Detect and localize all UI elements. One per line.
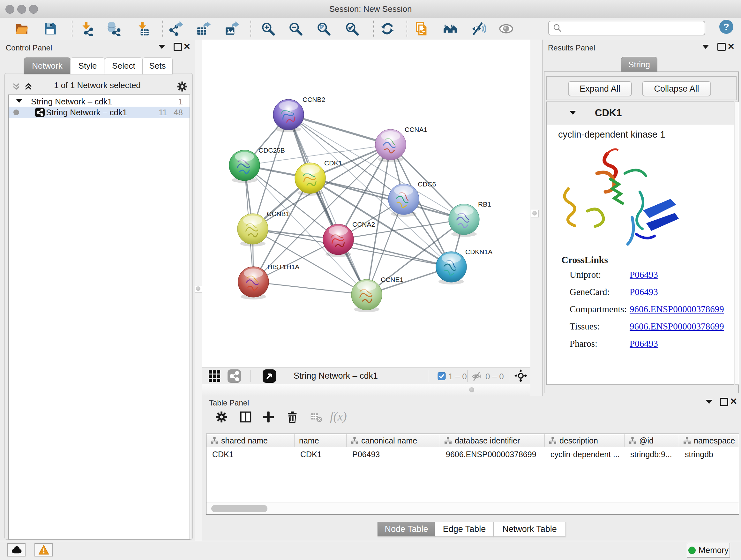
collapse-panel-icon[interactable] [158,45,165,49]
zoom-in-icon[interactable] [261,21,275,36]
help-button[interactable]: ? [719,20,733,34]
table-horizontal-scrollbar[interactable] [206,503,739,515]
network-tree-root-row[interactable]: String Network – cdk1 1 [9,96,190,107]
network-canvas[interactable]: CCNB2CCNA1CDC25BCDK1CDC6RB1CCNB1CCNA2CDK… [202,40,530,367]
add-column-icon[interactable] [262,410,276,424]
network-node-CCNE1[interactable]: CCNE1 [351,276,403,312]
tab-string[interactable]: String [621,57,657,72]
network-node-CDC25B[interactable]: CDC25B [229,146,285,183]
node-table[interactable]: shared namenamecanonical namedatabase id… [206,434,739,515]
open-in-window-icon[interactable] [262,369,276,383]
float-panel-icon[interactable] [720,398,728,406]
network-selection-status: 1 of 1 Network selected [0,80,195,90]
close-panel-icon[interactable]: ✕ [730,398,737,405]
neighbors-houses-icon[interactable] [443,21,458,36]
scrollbar-thumb[interactable] [211,505,267,512]
memory-button[interactable]: Memory [687,543,730,558]
export-image-icon[interactable] [224,21,239,36]
tab-edge-table[interactable]: Edge Table [435,522,494,537]
splitter-handle[interactable] [469,387,474,392]
table-cell[interactable]: cyclin-dependent ... [545,447,624,460]
warning-button[interactable] [35,543,53,557]
table-cell[interactable]: stringdb:9... [624,447,679,460]
tab-sets[interactable]: Sets [142,57,173,74]
hide-selected-eye-icon[interactable] [471,21,486,36]
left-splitter[interactable] [195,40,202,541]
network-node-CDKN1A[interactable]: CDKN1A [436,248,492,285]
network-graph[interactable]: CCNB2CCNA1CDC25BCDK1CDC6RB1CCNB1CCNA2CDK… [202,40,530,367]
delete-column-trash-icon[interactable] [286,410,300,424]
column-header-shared-name[interactable]: shared name [206,434,294,447]
zoom-selected-icon[interactable] [345,21,359,36]
open-session-folder-icon[interactable] [14,21,29,36]
expand-all-button[interactable]: Expand All [568,81,632,97]
column-header-description[interactable]: description [545,434,624,447]
crosslink-link[interactable]: 9606.ENSP00000378699 [630,321,724,332]
crosslink-link[interactable]: P06493 [630,269,658,280]
network-node-CCNB1[interactable]: CCNB1 [238,210,289,246]
crosslink-link[interactable]: P06493 [630,338,658,349]
results-scrollbar[interactable] [735,102,739,385]
tab-network-table[interactable]: Network Table [493,522,566,537]
crosslink-link[interactable]: 9606.ENSP00000378699 [630,304,724,314]
column-header-namespace[interactable]: namespace [679,434,739,447]
crosslink-link[interactable]: P06493 [630,287,658,297]
column-header-name[interactable]: name [294,434,347,447]
tab-style[interactable]: Style [70,57,105,74]
import-network-file-icon[interactable] [79,21,94,36]
network-options-gear-icon[interactable] [176,80,188,92]
network-node-RB1[interactable]: RB1 [449,200,491,237]
network-node-CCNA1[interactable]: CCNA1 [375,126,427,162]
pan-crosshair-icon[interactable] [515,369,527,382]
import-table-file-icon[interactable] [135,21,150,36]
export-network-icon[interactable] [169,21,183,36]
zoom-fit-icon[interactable] [316,21,331,36]
cloud-button[interactable] [7,543,25,557]
section-collapse-icon[interactable] [569,111,576,115]
network-badge-icon[interactable] [227,369,241,383]
gene-section-header[interactable]: CDK1 [547,102,734,125]
import-network-database-icon[interactable] [106,21,121,36]
column-header-database-identifier[interactable]: database identifier [440,434,545,447]
close-panel-icon[interactable]: ✕ [727,44,735,50]
save-session-icon[interactable] [43,21,57,36]
collapse-panel-icon[interactable] [705,400,713,404]
search-field[interactable] [548,21,705,36]
table-row[interactable]: CDK1CDK1P064939606.ENSP00000378699cyclin… [206,447,739,460]
tab-node-table[interactable]: Node Table [378,522,435,537]
column-header-canonical-name[interactable]: canonical name [347,434,440,447]
tree-expand-icon[interactable] [16,99,22,103]
selected-checkbox-icon[interactable] [437,372,446,380]
network-node-CDK1[interactable]: CDK1 [295,159,342,196]
table-cell[interactable]: P06493 [347,447,440,460]
table-cell[interactable]: stringdb [679,447,739,460]
network-node-CCNA2[interactable]: CCNA2 [323,221,375,257]
zoom-out-icon[interactable] [288,21,303,36]
copy-network-icon[interactable] [414,21,429,36]
splitter-handle[interactable] [531,210,539,217]
tab-network[interactable]: Network [24,57,71,74]
table-cell[interactable]: CDK1 [294,447,347,460]
float-panel-icon[interactable] [718,43,726,51]
table-options-gear-icon[interactable] [215,410,229,424]
show-all-eye-icon[interactable] [499,21,514,36]
collapse-panel-icon[interactable] [702,45,709,49]
tab-select[interactable]: Select [105,57,143,74]
column-header--id[interactable]: @id [624,434,679,447]
close-panel-icon[interactable]: ✕ [183,44,191,50]
collapse-all-button[interactable]: Collapse All [642,81,711,97]
grid-view-icon[interactable] [208,370,221,382]
table-cell[interactable]: 9606.ENSP00000378699 [440,447,545,460]
table-cell[interactable]: CDK1 [206,447,294,460]
show-columns-icon[interactable] [239,410,253,424]
search-input[interactable] [564,22,704,34]
horizontal-splitter[interactable] [202,384,530,396]
refresh-layout-icon[interactable] [380,21,395,36]
splitter-handle[interactable] [195,285,202,293]
network-tree-child-row[interactable]: String Network – cdk1 11 48 [9,107,190,118]
float-panel-icon[interactable] [174,43,182,51]
right-splitter[interactable] [530,40,542,396]
network-node-HIST1H1A[interactable]: HIST1H1A [238,263,299,300]
export-table-icon[interactable] [196,21,211,36]
network-node-CCNB2[interactable]: CCNB2 [273,96,325,132]
